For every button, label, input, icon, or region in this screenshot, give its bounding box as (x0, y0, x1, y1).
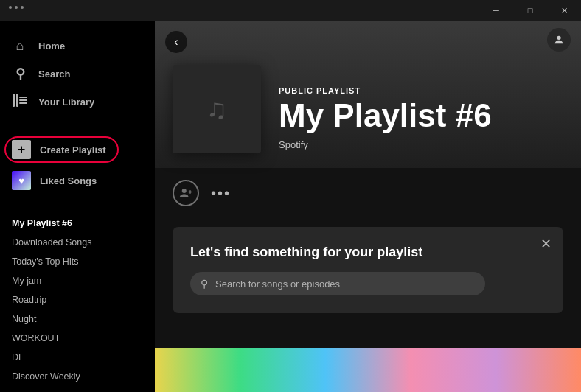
sidebar-item-search[interactable]: ⚲ Search (0, 60, 155, 88)
find-songs-title: Let's find something for your playlist (190, 245, 546, 260)
plus-icon: + (12, 140, 31, 159)
playlist-item-myplist6[interactable]: My Playlist #6 (0, 214, 155, 233)
search-icon-inner: ⚲ (201, 278, 208, 290)
dot2 (15, 6, 18, 9)
library-icon (12, 94, 28, 111)
liked-songs-button[interactable]: ♥ Liked Songs (0, 165, 155, 196)
sidebar-item-library[interactable]: Your Library (0, 88, 155, 116)
playlist-list: My Playlist #6 Downloaded Songs Today's … (0, 208, 155, 392)
svg-rect-2 (19, 97, 27, 98)
home-icon: ⌂ (12, 38, 28, 54)
svg-rect-1 (16, 94, 18, 107)
maximize-button[interactable]: □ (513, 0, 547, 21)
svg-rect-3 (19, 99, 27, 101)
main-content: ‹ ♫ PUBLIC PLAYLIST My Playlist #6 Spoti… (155, 21, 581, 392)
svg-rect-0 (13, 94, 15, 107)
close-button[interactable]: ✕ (547, 0, 581, 21)
action-bar: ••• (173, 180, 563, 206)
search-bar: ⚲ (190, 272, 485, 295)
create-playlist-label: Create Playlist (40, 144, 106, 155)
playlist-cover: ♫ (173, 65, 261, 153)
find-songs-close-button[interactable]: ✕ (540, 236, 552, 252)
bottom-colorbar (155, 348, 581, 392)
add-user-button[interactable] (173, 180, 199, 206)
search-input[interactable] (215, 279, 475, 290)
dot1 (9, 6, 12, 9)
playlist-item-tophits[interactable]: Today's Top Hits (0, 252, 155, 271)
user-button[interactable] (547, 28, 571, 52)
playlist-item-downloaded[interactable]: Downloaded Songs (0, 233, 155, 252)
sidebar-nav: ⌂ Home ⚲ Search Your Library (0, 21, 155, 122)
minimize-button[interactable]: ─ (479, 0, 513, 21)
create-playlist-button[interactable]: + Create Playlist (0, 134, 155, 165)
playlist-item-workout[interactable]: WORKOUT (0, 329, 155, 348)
sidebar-item-library-label: Your Library (38, 97, 94, 108)
playlist-item-discoverweekly[interactable]: Discover Weekly (0, 367, 155, 386)
music-note-icon: ♫ (206, 94, 228, 125)
playlist-info: PUBLIC PLAYLIST My Playlist #6 Spotify (279, 86, 492, 153)
playlist-item-roadtrip[interactable]: Roadtrip (0, 290, 155, 309)
svg-rect-4 (19, 102, 27, 104)
dot3 (21, 6, 24, 9)
playlist-type-label: PUBLIC PLAYLIST (279, 86, 492, 95)
playlist-owner: Spotify (279, 139, 492, 150)
back-button[interactable]: ‹ (165, 31, 187, 53)
liked-songs-label: Liked Songs (40, 175, 97, 186)
playlist-title: My Playlist #6 (279, 98, 492, 133)
sidebar-item-home-label: Home (38, 41, 65, 52)
heart-icon: ♥ (12, 171, 31, 190)
svg-point-5 (557, 36, 560, 40)
search-icon: ⚲ (12, 66, 28, 82)
playlist-item-nught[interactable]: Nught (0, 309, 155, 329)
sidebar-item-home[interactable]: ⌂ Home (0, 32, 155, 60)
playlist-item-dl[interactable]: DL (0, 348, 155, 367)
content-body: ••• ✕ Let's find something for your play… (155, 168, 581, 348)
more-options-button[interactable]: ••• (211, 185, 231, 202)
find-songs-section: ✕ Let's find something for your playlist… (173, 227, 563, 313)
playlist-item-myjam[interactable]: My jam (0, 271, 155, 290)
sidebar: ⌂ Home ⚲ Search Your Library (0, 21, 155, 392)
svg-point-6 (182, 189, 187, 193)
playlist-header: ‹ ♫ PUBLIC PLAYLIST My Playlist #6 Spoti… (155, 21, 581, 168)
sidebar-item-search-label: Search (38, 69, 70, 80)
